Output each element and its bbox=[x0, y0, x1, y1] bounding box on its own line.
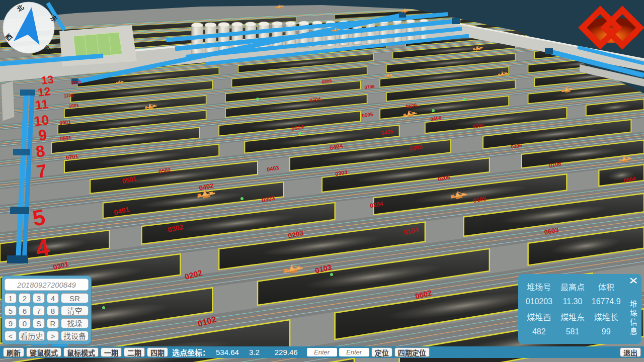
phase2-button[interactable]: 二期 bbox=[124, 347, 145, 357]
locate-button[interactable]: 定位 bbox=[371, 347, 392, 357]
bottom-toolbar: 刷新 键鼠模式 鼠标模式 一期 二期 四期 选点坐标： 534.64 3.2 2… bbox=[0, 346, 644, 358]
highest-point-header: 最高点 bbox=[556, 281, 590, 293]
coordinate-y-value: 3.2 bbox=[249, 348, 260, 356]
history-prev-button[interactable]: < bbox=[5, 331, 17, 341]
key-r[interactable]: R bbox=[47, 318, 59, 328]
key-sr[interactable]: SR bbox=[61, 293, 89, 303]
search-keypad-panel: 1 2 3 4 SR 5 6 7 8 清空 9 0 S R 找垛 < 看历史 >… bbox=[2, 276, 92, 344]
coal-yard-3d-app: 1312111098754120111011001090108010701080… bbox=[0, 0, 644, 362]
key-s[interactable]: S bbox=[33, 318, 45, 328]
pile-west-value: 482 bbox=[522, 327, 556, 336]
status-dot-icon bbox=[432, 109, 434, 112]
coordinate-input-2[interactable] bbox=[339, 348, 369, 356]
status-dot-icon bbox=[256, 98, 259, 100]
row-number-label: 11 bbox=[34, 97, 49, 112]
keymouse-mode-button[interactable]: 键鼠模式 bbox=[26, 347, 61, 357]
key-3[interactable]: 3 bbox=[33, 293, 45, 303]
status-dot-icon bbox=[298, 132, 301, 134]
status-dot-icon bbox=[463, 98, 466, 101]
history-next-button[interactable]: > bbox=[47, 331, 59, 341]
key-0[interactable]: 0 bbox=[19, 318, 31, 328]
pile-id-label[interactable]: 1001 bbox=[68, 103, 79, 109]
refresh-button[interactable]: 刷新 bbox=[3, 347, 24, 357]
coordinate-x-value: 534.64 bbox=[216, 348, 239, 356]
find-device-button[interactable]: 找设备 bbox=[61, 331, 89, 341]
mouse-mode-button[interactable]: 鼠标模式 bbox=[63, 347, 99, 357]
key-6[interactable]: 6 bbox=[19, 306, 31, 316]
status-dot-icon bbox=[102, 306, 105, 309]
status-dot-icon bbox=[330, 273, 333, 276]
view-history-button[interactable]: 看历史 bbox=[19, 331, 45, 341]
phase4-locate-button[interactable]: 四期定位 bbox=[394, 347, 430, 357]
key-7[interactable]: 7 bbox=[33, 306, 45, 316]
status-dot-icon bbox=[240, 197, 243, 200]
key-1[interactable]: 1 bbox=[5, 293, 17, 303]
pile-id-label[interactable]: 1101 bbox=[63, 93, 73, 99]
coordinate-z-value: 229.46 bbox=[275, 348, 298, 356]
find-pile-button[interactable]: 找垛 bbox=[61, 318, 89, 328]
pile-info-panel: ✕ 堆垛信息 堆场号 最高点 体积 010203 11.30 16774.9 煤… bbox=[518, 274, 641, 344]
key-8[interactable]: 8 bbox=[47, 306, 59, 316]
key-2[interactable]: 2 bbox=[19, 293, 31, 303]
pick-coordinate-label: 选点坐标： bbox=[172, 347, 210, 357]
pile-east-header: 煤堆东 bbox=[556, 311, 590, 323]
exit-button[interactable]: 退出 bbox=[620, 347, 641, 357]
timestamp-field[interactable] bbox=[5, 279, 89, 291]
coordinate-input-1[interactable] bbox=[307, 348, 337, 356]
clear-button[interactable]: 清空 bbox=[61, 306, 89, 316]
close-icon[interactable]: ✕ bbox=[628, 275, 638, 287]
phase4-button[interactable]: 四期 bbox=[147, 347, 168, 357]
key-5[interactable]: 5 bbox=[5, 306, 17, 316]
key-9[interactable]: 9 bbox=[5, 318, 17, 328]
yard-no-value: 010203 bbox=[522, 297, 556, 306]
pile-id-label[interactable]: 1201 bbox=[71, 79, 82, 85]
key-4[interactable]: 4 bbox=[47, 293, 59, 303]
yard-no-header: 堆场号 bbox=[522, 281, 556, 293]
volume-header: 体积 bbox=[589, 281, 623, 293]
phase1-button[interactable]: 一期 bbox=[101, 347, 122, 357]
volume-value: 16774.9 bbox=[589, 297, 623, 306]
pile-info-side-label: 堆垛信息 bbox=[628, 300, 638, 336]
pile-length-value: 99 bbox=[589, 327, 623, 336]
pile-length-header: 煤堆长 bbox=[589, 311, 623, 323]
highest-point-value: 11.30 bbox=[556, 297, 590, 306]
pile-west-header: 煤堆西 bbox=[522, 311, 556, 323]
pile-east-value: 581 bbox=[556, 327, 590, 336]
